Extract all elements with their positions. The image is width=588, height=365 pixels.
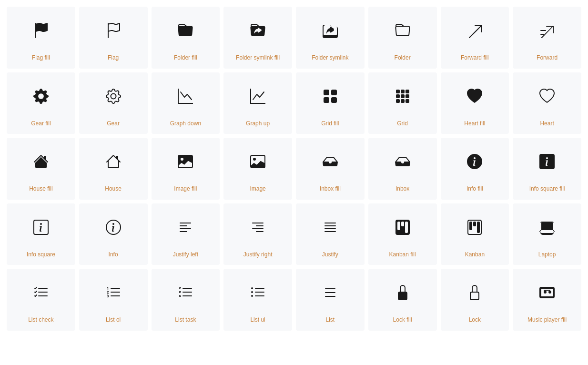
- list-ol-icon: [94, 274, 132, 312]
- gear-label: Gear: [107, 120, 120, 128]
- icon-cell-list-check[interactable]: List check: [7, 269, 75, 331]
- icon-cell-flag[interactable]: Flag: [79, 7, 148, 69]
- info-square-icon: [22, 208, 60, 246]
- icon-cell-folder-symlink[interactable]: Folder symlink: [296, 7, 365, 69]
- icon-cell-info-fill[interactable]: Info fill: [441, 138, 509, 200]
- icon-cell-heart-fill[interactable]: Heart fill: [441, 72, 509, 134]
- icon-cell-gear[interactable]: Gear: [79, 72, 148, 134]
- list-task-label: List task: [175, 316, 196, 324]
- grid-icon: [384, 77, 422, 115]
- kanban-fill-icon: [384, 208, 422, 246]
- lock-fill-label: Lock fill: [393, 316, 412, 324]
- list-ul-icon: [239, 274, 277, 312]
- flag-fill-label: Flag fill: [32, 54, 50, 62]
- icon-cell-justify-right[interactable]: Justify right: [223, 203, 292, 265]
- list-icon: [311, 274, 349, 312]
- icon-cell-justify[interactable]: Justify: [296, 203, 365, 265]
- icon-cell-lock-fill[interactable]: Lock fill: [368, 269, 437, 331]
- kanban-icon: [456, 208, 494, 246]
- icon-cell-grid[interactable]: Grid: [368, 72, 437, 134]
- icon-cell-list-task[interactable]: List task: [152, 269, 220, 331]
- flag-label: Flag: [108, 54, 119, 62]
- icon-cell-kanban[interactable]: Kanban: [441, 203, 509, 265]
- icon-cell-info[interactable]: Info: [79, 203, 148, 265]
- house-fill-icon: [22, 142, 60, 181]
- heart-fill-label: Heart fill: [464, 120, 485, 128]
- icon-cell-inbox[interactable]: Inbox: [368, 138, 437, 200]
- icon-cell-image-fill[interactable]: Image fill: [152, 138, 220, 200]
- info-fill-icon: [456, 142, 494, 181]
- gear-icon: [94, 77, 132, 115]
- info-square-fill-label: Info square fill: [529, 185, 565, 193]
- music-player-fill-label: Music player fill: [527, 316, 567, 324]
- icon-cell-house-fill[interactable]: House fill: [7, 138, 75, 200]
- house-label: House: [105, 185, 122, 193]
- folder-icon: [384, 11, 422, 50]
- folder-symlink-label: Folder symlink: [312, 54, 348, 62]
- graph-down-label: Graph down: [170, 120, 201, 128]
- grid-fill-label: Grid fill: [321, 120, 339, 128]
- inbox-fill-icon: [311, 142, 349, 181]
- image-fill-label: Image fill: [174, 185, 197, 193]
- list-check-label: List check: [28, 316, 53, 324]
- icon-cell-list-ol[interactable]: List ol: [79, 269, 148, 331]
- folder-fill-icon: [166, 11, 204, 50]
- info-square-label: Info square: [27, 251, 55, 259]
- kanban-fill-label: Kanban fill: [389, 251, 416, 259]
- graph-down-icon: [166, 77, 204, 115]
- folder-symlink-fill-icon: [239, 11, 277, 50]
- icon-cell-info-square[interactable]: Info square: [7, 203, 75, 265]
- laptop-icon: [528, 208, 566, 246]
- forward-fill-label: Forward fill: [461, 54, 489, 62]
- icon-cell-forward-fill[interactable]: Forward fill: [441, 7, 509, 69]
- folder-fill-label: Folder fill: [174, 54, 197, 62]
- lock-icon: [456, 274, 494, 312]
- icon-cell-info-square-fill[interactable]: Info square fill: [513, 138, 581, 200]
- lock-label: Lock: [469, 316, 481, 324]
- folder-symlink-fill-label: Folder symlink fill: [236, 54, 280, 62]
- inbox-fill-label: Inbox fill: [320, 185, 341, 193]
- icon-cell-justify-left[interactable]: Justify left: [152, 203, 220, 265]
- icon-cell-list-ul[interactable]: List ul: [223, 269, 292, 331]
- justify-right-label: Justify right: [243, 251, 273, 259]
- flag-icon: [94, 11, 132, 50]
- house-icon: [94, 142, 132, 181]
- image-fill-icon: [166, 142, 204, 181]
- justify-left-icon: [166, 208, 204, 246]
- image-icon: [239, 142, 277, 181]
- icon-cell-grid-fill[interactable]: Grid fill: [296, 72, 365, 134]
- icon-cell-music-player-fill[interactable]: Music player fill: [513, 269, 581, 331]
- list-label: List: [326, 316, 335, 324]
- icon-cell-laptop[interactable]: Laptop: [513, 203, 581, 265]
- icon-cell-kanban-fill[interactable]: Kanban fill: [368, 203, 437, 265]
- icon-cell-house[interactable]: House: [79, 138, 148, 200]
- laptop-label: Laptop: [538, 251, 556, 259]
- icon-cell-lock[interactable]: Lock: [441, 269, 509, 331]
- music-player-fill-icon: [528, 274, 566, 312]
- icon-cell-flag-fill[interactable]: Flag fill: [7, 7, 75, 69]
- icon-cell-image[interactable]: Image: [223, 138, 292, 200]
- icon-cell-list[interactable]: List: [296, 269, 365, 331]
- info-label: Info: [109, 251, 118, 259]
- icon-cell-forward[interactable]: Forward: [513, 7, 581, 69]
- icon-cell-gear-fill[interactable]: Gear fill: [7, 72, 75, 134]
- icon-cell-graph-up[interactable]: Graph up: [223, 72, 292, 134]
- icon-cell-inbox-fill[interactable]: Inbox fill: [296, 138, 365, 200]
- icon-cell-folder-fill[interactable]: Folder fill: [152, 7, 220, 69]
- icon-cell-folder[interactable]: Folder: [368, 7, 437, 69]
- forward-label: Forward: [537, 54, 558, 62]
- folder-label: Folder: [395, 54, 411, 62]
- list-task-icon: [166, 274, 204, 312]
- list-ol-label: List ol: [106, 316, 121, 324]
- icon-cell-heart[interactable]: Heart: [513, 72, 581, 134]
- icon-cell-folder-symlink-fill[interactable]: Folder symlink fill: [223, 7, 292, 69]
- inbox-label: Inbox: [395, 185, 409, 193]
- graph-up-label: Graph up: [246, 120, 270, 128]
- heart-icon: [528, 77, 566, 115]
- justify-right-icon: [239, 208, 277, 246]
- forward-fill-icon: [456, 11, 494, 50]
- gear-fill-icon: [22, 77, 60, 115]
- house-fill-label: House fill: [29, 185, 52, 193]
- forward-icon: [528, 11, 566, 50]
- icon-cell-graph-down[interactable]: Graph down: [152, 72, 220, 134]
